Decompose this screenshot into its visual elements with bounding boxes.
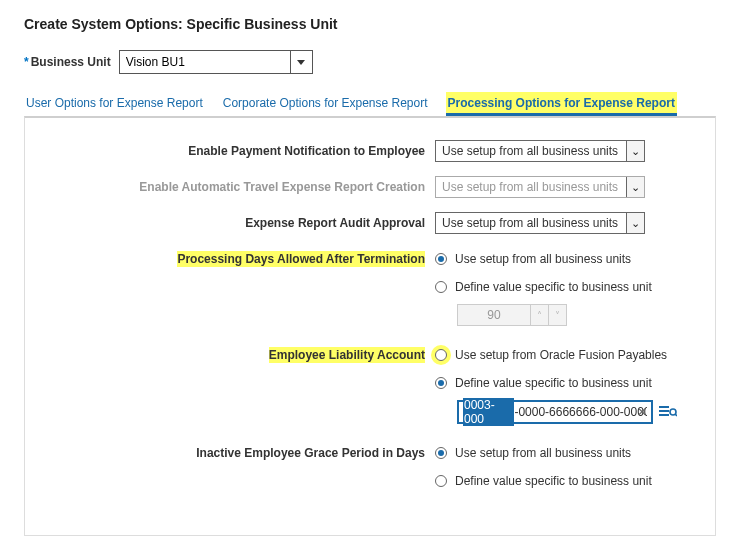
liability-option-payables[interactable]: Use setup from Oracle Fusion Payables (435, 344, 695, 366)
chevron-down-icon: ⌄ (631, 217, 640, 230)
liability-label-wrap: Employee Liability Account (45, 344, 435, 362)
chevron-down-icon: ⌄ (631, 181, 640, 194)
audit-approval-label: Expense Report Audit Approval (45, 212, 435, 230)
processing-options-panel: Enable Payment Notification to Employee … (24, 116, 716, 536)
proc-days-option-specific[interactable]: Define value specific to business unit (435, 276, 695, 298)
radio-icon (435, 377, 447, 389)
business-unit-select[interactable] (119, 50, 313, 74)
audit-approval-dropdown-button[interactable]: ⌄ (626, 213, 644, 233)
radio-icon (435, 253, 447, 265)
inactive-grace-option-specific-label: Define value specific to business unit (455, 474, 652, 488)
radio-icon (435, 475, 447, 487)
proc-days-option-specific-label: Define value specific to business unit (455, 280, 652, 294)
chevron-down-icon: ⌄ (631, 145, 640, 158)
audit-approval-select[interactable]: Use setup from all business units ⌄ (435, 212, 645, 234)
liability-option-specific[interactable]: Define value specific to business unit (435, 372, 695, 394)
chevron-down-icon: ˅ (555, 310, 560, 321)
page-title: Create System Options: Specific Business… (24, 16, 716, 32)
svg-rect-1 (659, 410, 669, 412)
proc-days-spinner-input (458, 305, 530, 325)
liability-label: Employee Liability Account (269, 347, 425, 363)
radio-icon (435, 349, 447, 361)
proc-days-spinner-up: ˄ (530, 305, 548, 325)
auto-travel-select[interactable]: Use setup from all business units ⌄ (435, 176, 645, 198)
payment-notification-value: Use setup from all business units (436, 141, 626, 161)
inactive-grace-option-all-bu[interactable]: Use setup from all business units (435, 442, 695, 464)
liability-account-selected-text: 0003-000 (463, 398, 514, 426)
liability-option-specific-label: Define value specific to business unit (455, 376, 652, 390)
clear-icon[interactable]: ✕ (637, 405, 647, 419)
payment-notification-label: Enable Payment Notification to Employee (45, 140, 435, 158)
auto-travel-value: Use setup from all business units (436, 177, 626, 197)
auto-travel-label: Enable Automatic Travel Expense Report C… (45, 176, 435, 194)
payment-notification-dropdown-button[interactable]: ⌄ (626, 141, 644, 161)
auto-travel-dropdown-button[interactable]: ⌄ (626, 177, 644, 197)
proc-days-spinner-down: ˅ (548, 305, 566, 325)
inactive-grace-label: Inactive Employee Grace Period in Days (45, 442, 435, 460)
business-unit-label: Business Unit (31, 55, 111, 69)
chevron-up-icon: ˄ (537, 310, 542, 321)
radio-icon (435, 281, 447, 293)
required-indicator: * (24, 55, 29, 69)
liability-account-input[interactable]: 0003-000-0000-6666666-000-0000 ✕ (457, 400, 653, 424)
liability-option-payables-label: Use setup from Oracle Fusion Payables (455, 348, 667, 362)
payment-notification-select[interactable]: Use setup from all business units ⌄ (435, 140, 645, 162)
svg-rect-2 (659, 414, 669, 416)
tab-bar: User Options for Expense Report Corporat… (24, 92, 716, 116)
proc-days-option-all-bu-label: Use setup from all business units (455, 252, 631, 266)
proc-days-label: Processing Days Allowed After Terminatio… (177, 251, 425, 267)
tab-user-options[interactable]: User Options for Expense Report (24, 92, 205, 116)
audit-approval-value: Use setup from all business units (436, 213, 626, 233)
proc-days-label-wrap: Processing Days Allowed After Terminatio… (45, 248, 435, 266)
svg-rect-0 (659, 406, 669, 408)
inactive-grace-option-specific[interactable]: Define value specific to business unit (435, 470, 695, 492)
proc-days-option-all-bu[interactable]: Use setup from all business units (435, 248, 695, 270)
business-unit-input[interactable] (120, 51, 290, 73)
inactive-grace-option-all-bu-label: Use setup from all business units (455, 446, 631, 460)
tab-corporate-options[interactable]: Corporate Options for Expense Report (221, 92, 430, 116)
caret-down-icon (297, 60, 305, 65)
svg-line-4 (675, 414, 677, 416)
tab-processing-options[interactable]: Processing Options for Expense Report (446, 92, 677, 116)
proc-days-spinner: ˄ ˅ (457, 304, 567, 326)
business-unit-dropdown-button[interactable] (290, 51, 312, 73)
radio-icon (435, 447, 447, 459)
liability-account-rest-text: -0000-6666666-000-0000 (514, 405, 647, 419)
business-unit-row: * Business Unit (24, 50, 716, 74)
lov-search-icon[interactable] (659, 404, 677, 421)
